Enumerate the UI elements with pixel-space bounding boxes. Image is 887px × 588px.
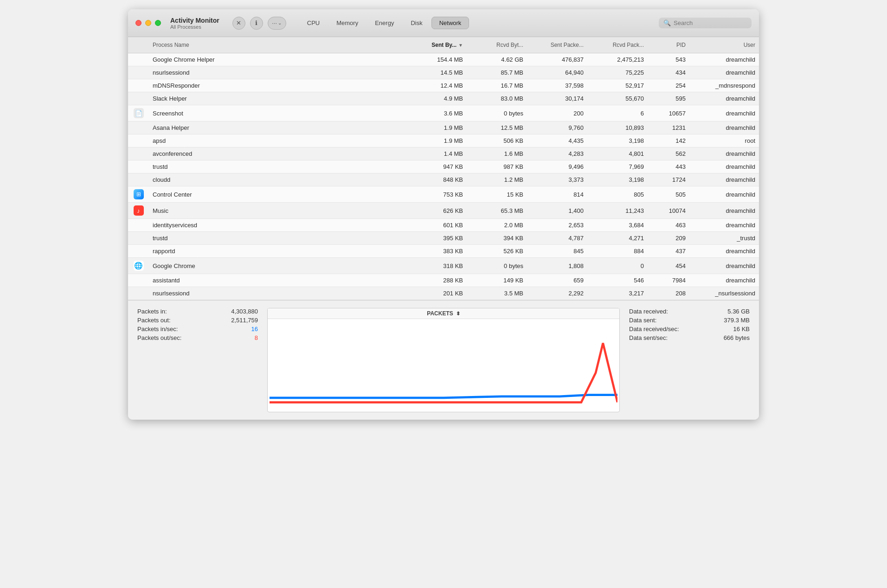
td-process: Control Center [149,186,406,202]
th-sent[interactable]: Sent By... ▼ [406,40,467,50]
process-icon-cell [128,121,149,134]
tab-memory[interactable]: Memory [328,17,366,29]
td-sent: 3.6 MB [406,105,467,121]
table-row[interactable]: 📄Screenshot3.6 MB0 bytes200610657dreamch… [128,105,759,121]
td-pid: 443 [648,160,689,173]
td-user: _mdnsrespond [689,79,759,92]
td-sent: 947 KB [406,160,467,173]
td-rcvd_packets: 546 [587,274,648,287]
table-row[interactable]: avconferenced1.4 MB1.6 MB4,2834,801562dr… [128,147,759,160]
td-sent_packets: 37,598 [527,79,587,92]
tab-cpu[interactable]: CPU [299,17,328,29]
chart-header: PACKETS ⬍ [268,308,619,319]
table-row[interactable]: trustd947 KB987 KB9,4967,969443dreamchil… [128,160,759,173]
stat-value: 8 [255,334,258,341]
td-user: dreamchild [689,219,759,231]
process-icon-cell: 📄 [128,105,149,121]
info-button[interactable]: ℹ [250,17,263,30]
td-pid: 1231 [648,121,689,134]
td-user: dreamchild [689,92,759,105]
table-body: Google Chrome Helper154.4 MB4.62 GB476,8… [128,53,759,300]
td-pid: 254 [648,79,689,92]
th-pid: PID [648,40,689,50]
td-pid: 7984 [648,274,689,287]
chart-label: PACKETS [427,310,453,317]
td-rcvd_bytes: 0 bytes [467,258,527,274]
tab-energy[interactable]: Energy [367,17,402,29]
td-sent_packets: 1,400 [527,203,587,218]
td-user: dreamchild [689,105,759,121]
table-row[interactable]: nsurlsessiond14.5 MB85.7 MB64,94075,2254… [128,66,759,79]
search-input[interactable] [674,19,743,26]
stat-row: Data sent:379.3 MB [629,317,750,324]
td-rcvd_bytes: 1.6 MB [467,147,527,160]
chart-area: PACKETS ⬍ [267,308,620,412]
table-row[interactable]: Asana Helper1.9 MB12.5 MB9,76010,8931231… [128,121,759,134]
td-pid: 1724 [648,173,689,186]
process-icon-cell [128,79,149,92]
stat-row: Data received:5.36 GB [629,308,750,315]
more-button[interactable]: ··· ⌄ [268,17,286,30]
chart-sort-icon[interactable]: ⬍ [456,311,460,317]
td-rcvd_packets: 10,893 [587,121,648,134]
td-rcvd_bytes: 149 KB [467,274,527,287]
table-row[interactable]: assistantd288 KB149 KB6595467984dreamchi… [128,274,759,287]
td-process: Google Chrome [149,258,406,274]
table-row[interactable]: Slack Helper4.9 MB83.0 MB30,17455,670595… [128,92,759,105]
td-process: avconferenced [149,147,406,160]
stat-value: 2,511,759 [231,317,258,324]
table-row[interactable]: nsurlsessiond201 KB3.5 MB2,2923,217208_n… [128,287,759,300]
td-sent: 383 KB [406,245,467,257]
td-user: _trustd [689,232,759,244]
tab-disk[interactable]: Disk [403,17,430,29]
td-rcvd_bytes: 12.5 MB [467,121,527,134]
td-user: dreamchild [689,53,759,66]
app-subtitle: All Processes [170,24,219,30]
td-user: dreamchild [689,186,759,202]
process-icon-cell [128,134,149,147]
table-row[interactable]: apsd1.9 MB506 KB4,4353,198142root [128,134,759,147]
td-rcvd_packets: 0 [587,258,648,274]
table-row[interactable]: mDNSResponder12.4 MB16.7 MB37,59852,9172… [128,79,759,92]
td-process: Slack Helper [149,92,406,105]
search-section[interactable]: 🔍 [659,18,752,28]
process-icon: ⊞ [134,189,144,199]
td-sent: 288 KB [406,274,467,287]
td-rcvd_packets: 3,217 [587,287,648,300]
minimize-button[interactable] [145,20,151,26]
td-pid: 463 [648,219,689,231]
tab-network[interactable]: Network [431,17,469,29]
th-user: User [689,40,759,50]
table-row[interactable]: rapportd383 KB526 KB845884437dreamchild [128,245,759,258]
stat-row: Packets out/sec:8 [137,334,258,341]
stat-row: Packets in/sec:16 [137,326,258,332]
td-sent: 14.5 MB [406,66,467,79]
td-rcvd_packets: 4,271 [587,232,648,244]
td-sent_packets: 64,940 [527,66,587,79]
traffic-lights [135,20,161,26]
td-rcvd_bytes: 506 KB [467,134,527,147]
stat-label: Data received/sec: [629,326,679,332]
table-row[interactable]: ♪Music626 KB65.3 MB1,40011,24310074dream… [128,203,759,219]
table-row[interactable]: cloudd848 KB1.2 MB3,3733,1981724dreamchi… [128,173,759,186]
process-icon: 🌐 [134,261,144,271]
process-icon: ♪ [134,205,144,216]
network-chart [270,321,617,410]
td-sent_packets: 4,283 [527,147,587,160]
table-row[interactable]: 🌐Google Chrome318 KB0 bytes1,8080454drea… [128,258,759,274]
table-row[interactable]: Google Chrome Helper154.4 MB4.62 GB476,8… [128,53,759,66]
table-row[interactable]: ⊞Control Center753 KB15 KB814805505dream… [128,186,759,203]
td-rcvd_packets: 75,225 [587,66,648,79]
td-pid: 208 [648,287,689,300]
table-header: Process NameSent By... ▼Rcvd Byt...Sent … [128,37,759,53]
table-row[interactable]: identityservicesd601 KB2.0 MB2,6533,6844… [128,219,759,232]
sort-arrow-icon: ▼ [458,43,463,48]
maximize-button[interactable] [155,20,161,26]
stop-button[interactable]: ✕ [232,17,245,30]
process-icon-cell [128,66,149,79]
table-row[interactable]: trustd395 KB394 KB4,7874,271209_trustd [128,232,759,245]
stat-row: Packets out:2,511,759 [137,317,258,324]
td-process: rapportd [149,245,406,257]
stat-label: Data sent/sec: [629,334,668,341]
close-button[interactable] [135,20,141,26]
